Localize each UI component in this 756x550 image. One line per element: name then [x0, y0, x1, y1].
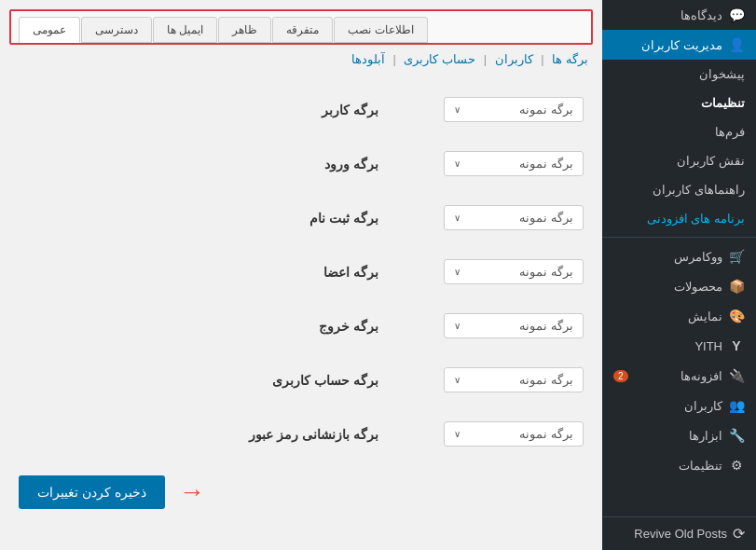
sidebar-item-plugins[interactable]: 🔌 افزونه‌ها 2 — [602, 361, 756, 391]
select-box-register-page[interactable]: برگه نمونه ∨ — [444, 205, 584, 230]
sidebar-item-woocommerce[interactable]: 🛒 ووکامرس — [602, 241, 756, 271]
form-label-account-page: برگه حساب کاربری — [19, 373, 397, 388]
form-row-login-page: برگه نمونه ∨ برگه ورود — [19, 137, 584, 191]
sidebar: 💬 دیدگاه‌ها 👤 مدیریت کاربران پیشخوان تنظ… — [602, 0, 756, 550]
breadcrumb: برگه ها | کاربران | حساب کاربری | آبلوده… — [0, 45, 602, 74]
sidebar-item-user-management[interactable]: 👤 مدیریت کاربران — [602, 30, 756, 60]
admin-settings-icon: ⚙ — [728, 458, 745, 473]
select-control-login-page: برگه نمونه ∨ — [397, 151, 584, 176]
sidebar-item-user-guides[interactable]: راهنماهای کاربران — [602, 175, 756, 204]
products-icon: 📦 — [728, 279, 745, 294]
form-row-members-page: برگه نمونه ∨ برگه اعضا — [19, 245, 584, 299]
tab-install-info[interactable]: اطلاعات نصب — [334, 17, 427, 43]
form-label-login-page: برگه ورود — [19, 157, 397, 172]
sidebar-item-user-roles[interactable]: نقش کاربران — [602, 146, 756, 175]
tab-appearance[interactable]: ظاهر — [218, 17, 271, 43]
select-control-account-page: برگه نمونه ∨ — [397, 367, 584, 392]
select-value-members-page: برگه نمونه — [519, 265, 573, 279]
select-value-user-page: برگه نمونه — [519, 103, 573, 117]
breadcrumb-item-3[interactable]: آبلودها — [351, 52, 385, 66]
select-value-account-page: برگه نمونه — [519, 373, 573, 387]
sidebar-item-forms[interactable]: فرم‌ها — [602, 117, 756, 146]
select-box-password-recovery-page[interactable]: برگه نمونه ∨ — [444, 421, 584, 447]
tab-emails[interactable]: ایمیل ها — [153, 17, 217, 43]
select-box-user-page[interactable]: برگه نمونه ∨ — [444, 97, 584, 122]
form-row-password-recovery-page: برگه نمونه ∨ برگه بازنشانی رمز عبور — [19, 407, 584, 461]
revive-old-posts-icon: ⟳ — [733, 525, 745, 543]
select-box-members-page[interactable]: برگه نمونه ∨ — [444, 259, 584, 284]
form-row-logout-page: برگه نمونه ∨ برگه خروج — [19, 299, 584, 353]
yith-icon: Y — [728, 338, 745, 353]
select-box-account-page[interactable]: برگه نمونه ∨ — [444, 367, 584, 392]
breadcrumb-item-2[interactable]: حساب کاربری — [404, 52, 475, 66]
select-control-user-page: برگه نمونه ∨ — [397, 97, 584, 122]
form-label-logout-page: برگه خروج — [19, 319, 397, 334]
select-box-logout-page[interactable]: برگه نمونه ∨ — [444, 313, 584, 338]
select-control-register-page: برگه نمونه ∨ — [397, 205, 584, 230]
appearance-icon: 🎨 — [728, 309, 745, 323]
sidebar-item-users[interactable]: 👥 کاربران — [602, 391, 756, 420]
select-value-password-recovery-page: برگه نمونه — [519, 427, 573, 441]
chevron-down-icon: ∨ — [454, 267, 460, 277]
form-row-user-page: برگه نمونه ∨ برگه کاربر — [19, 83, 584, 137]
breadcrumb-item-1[interactable]: کاربران — [495, 52, 533, 66]
revive-old-posts[interactable]: ⟳ Revive Old Posts — [602, 516, 756, 550]
main-content: اطلاعات نصب متفرقه ظاهر ایمیل ها دسترسی … — [0, 0, 602, 550]
chevron-down-icon: ∨ — [454, 429, 460, 439]
select-value-logout-page: برگه نمونه — [519, 319, 573, 333]
select-control-logout-page: برگه نمونه ∨ — [397, 313, 584, 338]
select-control-password-recovery-page: برگه نمونه ∨ — [397, 421, 584, 447]
sidebar-item-yith[interactable]: Y YITH — [602, 331, 756, 361]
breadcrumb-separator-1: | — [484, 52, 487, 66]
user-management-icon: 👤 — [728, 37, 745, 52]
breadcrumb-separator-2: | — [392, 52, 395, 66]
breadcrumb-separator-0: | — [541, 52, 543, 66]
sidebar-item-products[interactable]: 📦 محصولات — [602, 271, 756, 301]
tools-icon: 🔧 — [728, 428, 745, 443]
sidebar-item-admin-settings[interactable]: ⚙ تنظیمات — [602, 450, 756, 480]
form-row-account-page: برگه نمونه ∨ برگه حساب کاربری — [19, 353, 584, 407]
tab-access[interactable]: دسترسی — [81, 17, 152, 43]
form-row-register-page: برگه نمونه ∨ برگه ثبت نام — [19, 191, 584, 245]
form-label-password-recovery-page: برگه بازنشانی رمز عبور — [19, 427, 397, 442]
woocommerce-icon: 🛒 — [728, 249, 745, 264]
sidebar-item-dashboard[interactable]: 💬 دیدگاه‌ها — [602, 0, 756, 30]
sidebar-item-addon-programs[interactable]: برنامه های افزودنی — [602, 204, 756, 233]
chevron-down-icon: ∨ — [454, 375, 460, 385]
plugins-icon: 🔌 — [728, 368, 745, 383]
sidebar-item-tools[interactable]: 🔧 ابزارها — [602, 420, 756, 450]
dashboard-icon: 💬 — [728, 7, 745, 22]
form-rows-container: برگه نمونه ∨ برگه کاربر برگه نمونه ∨ برگ… — [19, 83, 584, 461]
chevron-down-icon: ∨ — [454, 158, 460, 169]
sidebar-item-settings[interactable]: تنظیمات — [602, 89, 756, 117]
breadcrumb-item-0[interactable]: برگه ها — [552, 52, 588, 66]
tabs-container: اطلاعات نصب متفرقه ظاهر ایمیل ها دسترسی … — [9, 9, 593, 45]
form-label-register-page: برگه ثبت نام — [19, 211, 397, 226]
select-value-register-page: برگه نمونه — [519, 211, 573, 225]
page-content: برگه نمونه ∨ برگه کاربر برگه نمونه ∨ برگ… — [0, 74, 602, 550]
save-button[interactable]: ذخیره کردن تغییرات — [19, 475, 165, 509]
chevron-down-icon: ∨ — [454, 321, 460, 331]
sidebar-item-appearance[interactable]: 🎨 نمایش — [602, 301, 756, 331]
form-label-user-page: برگه کاربر — [19, 103, 397, 117]
arrow-icon: → — [179, 477, 205, 507]
tab-general[interactable]: عمومی — [19, 17, 80, 43]
select-box-login-page[interactable]: برگه نمونه ∨ — [444, 151, 584, 176]
form-label-members-page: برگه اعضا — [19, 265, 397, 280]
sidebar-item-inbox[interactable]: پیشخوان — [602, 60, 756, 89]
tabs-inner: اطلاعات نصب متفرقه ظاهر ایمیل ها دسترسی … — [11, 11, 591, 43]
chevron-down-icon: ∨ — [454, 213, 460, 223]
sidebar-divider-1 — [602, 237, 756, 238]
plugins-badge: 2 — [613, 370, 628, 382]
chevron-down-icon: ∨ — [454, 104, 460, 115]
tab-misc[interactable]: متفرقه — [272, 17, 333, 43]
select-control-members-page: برگه نمونه ∨ — [397, 259, 584, 284]
save-section: → ذخیره کردن تغییرات — [19, 461, 584, 523]
users-icon: 👥 — [728, 398, 745, 413]
select-value-login-page: برگه نمونه — [519, 157, 573, 171]
